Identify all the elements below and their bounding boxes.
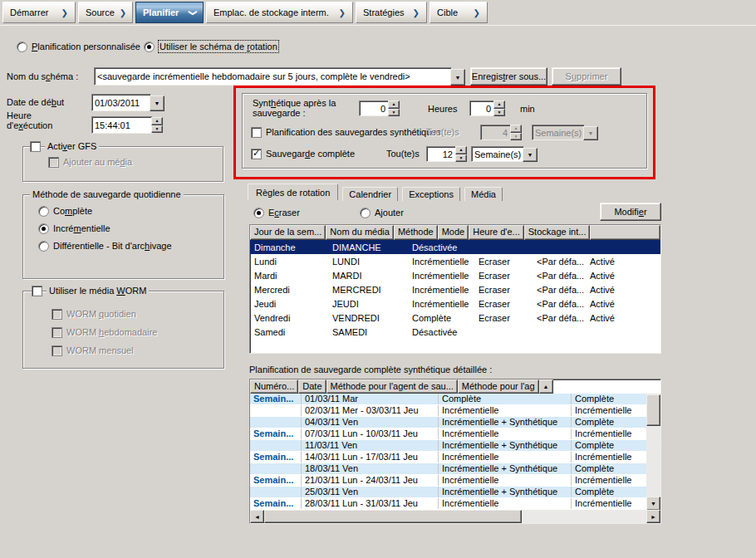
scroll-right-icon[interactable]: ► <box>646 510 660 523</box>
rotation-tab[interactable]: Calendrier <box>342 187 398 201</box>
detail-schedule-table: Numéro... Date Méthode pour l'agent de s… <box>249 379 661 524</box>
wizard-tab[interactable]: Cible ❯ <box>430 2 488 23</box>
exec-time-spinner[interactable]: ▲ ▼ <box>151 117 163 133</box>
method-differential-radio[interactable] <box>38 241 49 252</box>
schedule-unit-dropdown[interactable]: Semaine(s) <box>532 125 585 140</box>
detail-table-row[interactable]: Semain... 01/03/11 Mar Complète Complète <box>250 394 660 405</box>
cell-agent-method: Incrémentielle <box>439 452 572 463</box>
detail-table-row[interactable]: 18/03/11 Ven Incrémentielle + Synthétiqu… <box>250 463 660 475</box>
rotation-tab[interactable]: Règles de rotation <box>248 184 338 200</box>
wizard-tab[interactable]: Planifier ❯ <box>135 2 204 23</box>
synthetic-schedule-checkbox[interactable] <box>251 127 262 138</box>
start-date-field[interactable]: 01/03/2011 <box>91 94 151 111</box>
synthetic-min-field[interactable]: 0 <box>469 100 494 116</box>
cell-week: Semain... <box>250 498 302 509</box>
schedule-count-value: 4 <box>503 128 508 138</box>
horizontal-scrollbar-thumb[interactable] <box>264 510 522 523</box>
detail-table-row[interactable]: Semain... 21/03/11 Lun - 24/03/11 Jeu In… <box>250 475 660 487</box>
cell-week <box>250 463 302 474</box>
append-radio[interactable] <box>360 208 371 218</box>
method-full-radio[interactable] <box>38 206 49 217</box>
rotation-table-row[interactable]: Lundi LUNDI Incrémentielle Ecraser <Par … <box>250 254 660 268</box>
wizard-tab[interactable]: Source ❯ <box>78 2 133 23</box>
synthetic-hours-spinner[interactable]: ▲ ▼ <box>388 100 400 116</box>
cell-storage: Activé <box>586 271 650 281</box>
full-backup-checkbox[interactable] <box>251 149 262 159</box>
column-header[interactable]: Jour de la sem... <box>250 225 326 240</box>
scroll-down-icon[interactable]: ▼ <box>646 497 660 511</box>
gfs-checkbox[interactable] <box>30 141 41 152</box>
scroll-up-icon[interactable]: ▲ <box>539 379 553 394</box>
overwrite-radio[interactable] <box>253 208 264 218</box>
detail-table-row[interactable]: 04/03/11 Ven Incrémentielle + Synthétiqu… <box>250 417 660 428</box>
rotation-table-row[interactable]: Dimanche DIMANCHE Désactivée <box>250 240 660 254</box>
full-count-spinner[interactable]: ▲ ▼ <box>455 146 467 162</box>
schedule-count-spinner[interactable]: ▲ ▼ <box>510 125 522 140</box>
spin-down-icon: ▼ <box>388 109 400 117</box>
custom-plan-radio[interactable] <box>17 42 27 52</box>
vertical-scrollbar[interactable]: ▼ <box>646 394 660 511</box>
wizard-tab-label: Cible <box>437 7 458 17</box>
rotation-scheme-radio[interactable] <box>144 42 155 52</box>
column-header[interactable]: Heure d'e... <box>469 225 524 240</box>
append-label: Ajouter <box>375 208 404 218</box>
scroll-left-icon[interactable]: ◄ <box>250 510 264 523</box>
column-header[interactable]: Stockage int... <box>524 225 591 240</box>
vertical-scrollbar-thumb[interactable] <box>646 394 660 426</box>
rotation-table-row[interactable]: Vendredi VENDREDI Complète Ecraser <Par … <box>250 311 660 325</box>
detail-table-row[interactable]: 02/03/11 Mer - 03/03/11 Jeu Incrémentiel… <box>250 405 660 417</box>
cell-media: MARDI <box>328 271 408 281</box>
worm-daily-checkbox[interactable] <box>52 309 62 320</box>
schema-dropdown-arrow-icon[interactable]: ▼ <box>450 69 465 86</box>
modify-button[interactable]: Modifier <box>600 203 661 221</box>
cell-week <box>250 405 302 416</box>
synthetic-min-spinner[interactable]: ▲ ▼ <box>493 100 505 116</box>
column-header[interactable]: Date <box>298 379 326 394</box>
worm-monthly-label: WORM mensuel <box>66 345 134 355</box>
column-header[interactable]: Numéro... <box>250 379 298 394</box>
append-media-checkbox[interactable] <box>48 157 59 168</box>
detail-table-row[interactable]: Semain... 14/03/11 Lun - 17/03/11 Jeu In… <box>250 452 660 463</box>
column-header[interactable]: Mode <box>438 225 469 240</box>
rotation-tab[interactable]: Exceptions <box>402 187 460 201</box>
schedule-count-field[interactable]: 4 <box>480 125 511 140</box>
schedule-unit-arrow-icon[interactable]: ▼ <box>583 126 598 140</box>
rotation-table-row[interactable]: Mardi MARDI Incrémentielle Ecraser <Par … <box>250 268 660 282</box>
horizontal-scrollbar[interactable]: ◄ ► <box>250 510 660 523</box>
exec-time-field[interactable]: 15:44:01 <box>91 116 153 134</box>
cell-mode: Ecraser <box>474 299 533 309</box>
column-header[interactable]: Nom du média <box>326 225 394 240</box>
worm-weekly-checkbox[interactable] <box>52 327 62 338</box>
cell-day: Mercredi <box>250 285 328 295</box>
worm-monthly-checkbox[interactable] <box>52 345 62 356</box>
worm-checkbox[interactable] <box>32 286 42 296</box>
wizard-tab[interactable]: Stratégies ❯ <box>356 2 427 23</box>
column-header[interactable]: Méthode pour l'agent de sau... <box>326 379 458 394</box>
rotation-table-row[interactable]: Jeudi JEUDI Incrémentielle Ecraser <Par … <box>250 296 660 311</box>
schedule-every-label: Tou(te)s <box>426 127 459 137</box>
synthetic-hours-field[interactable]: 0 <box>359 100 389 116</box>
detail-table-row[interactable]: Semain... 28/03/11 Lun - 31/03/11 Jeu In… <box>250 498 660 510</box>
full-unit-dropdown[interactable]: Semaine(s) <box>471 146 524 162</box>
delete-button[interactable]: Supprimer <box>552 67 621 86</box>
wizard-tab[interactable]: Démarrer ❯ <box>2 2 76 23</box>
rotation-scheme-label: Utiliser le schéma de rotation <box>160 42 277 51</box>
full-count-value: 12 <box>443 149 453 159</box>
full-count-field[interactable]: 12 <box>426 146 456 162</box>
rotation-table-row[interactable]: Samedi SAMEDI Désactivée <box>250 325 660 339</box>
cell-hour: <Par défa... <box>533 271 586 281</box>
method-full-label: Complète <box>53 206 92 216</box>
wizard-tab[interactable]: Emplac. de stockage interm. ❯ <box>206 2 353 23</box>
method-incremental-radio[interactable] <box>38 223 49 234</box>
column-header[interactable]: Méthode pour l'ag <box>458 379 539 394</box>
detail-table-row[interactable]: Semain... 07/03/11 Lun - 10/03/11 Jeu In… <box>250 428 660 440</box>
start-date-dropdown-arrow-icon[interactable]: ▼ <box>150 95 164 111</box>
rotation-tab[interactable]: Média <box>464 187 503 201</box>
save-as-button[interactable]: Enregistrer sous... <box>470 67 547 86</box>
rotation-table-row[interactable]: Mercredi MERCREDI Incrémentielle Ecraser… <box>250 282 660 296</box>
column-header[interactable]: Méthode <box>394 225 438 240</box>
full-unit-arrow-icon[interactable]: ▼ <box>523 148 538 162</box>
detail-table-row[interactable]: 11/03/11 Ven Incrémentielle + Synthétiqu… <box>250 440 660 452</box>
schema-name-combobox[interactable]: <sauvegarde incrémentielle hebdomadaire … <box>94 67 452 86</box>
detail-table-row[interactable]: 25/03/11 Ven Incrémentielle + Synthétiqu… <box>250 487 660 498</box>
